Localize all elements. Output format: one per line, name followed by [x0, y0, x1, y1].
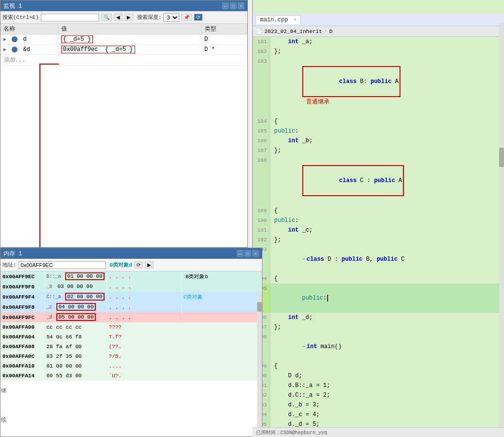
code-line-203: 203 d._b = 3; — [253, 400, 504, 410]
line-content: }; — [270, 322, 504, 332]
addr-label: 地址: — [2, 261, 17, 269]
code-line-204: 204 d._c = 4; — [253, 410, 504, 420]
watch-minimize-btn[interactable]: — — [222, 2, 229, 9]
mem-addr: 0x00AFF9F0 — [0, 282, 44, 292]
mem-maximize-btn[interactable]: □ — [244, 250, 251, 257]
mem-extra-btn[interactable]: ▶ — [145, 261, 154, 269]
code-line-189: 189 { — [253, 206, 504, 216]
code-line-187: 187 }; — [253, 146, 504, 155]
search-icon-btn[interactable]: 🔍 — [101, 14, 112, 21]
code-line-181: 181 int _a; — [253, 37, 504, 47]
mem-chars: .... — [106, 361, 181, 371]
vscroll[interactable] — [499, 23, 504, 437]
line-content: { — [270, 361, 504, 371]
code-line-202: 202 d.C::_a = 2; — [253, 390, 504, 400]
watch-panel-titlebar: 监视 1 — □ × — [0, 0, 247, 11]
mem-bytes: 28 fa af 00 — [44, 342, 106, 352]
status-text: 已用时间：CSDN@hepburn_yyq — [256, 429, 327, 436]
line-num: 182 — [253, 47, 270, 56]
mem-row-ca: 0x00AFF9F4 C::_a 02 00 00 00 . . . . C类对… — [0, 292, 262, 302]
depth-select[interactable]: 3124 — [163, 13, 179, 22]
code-line-182: 182 }; — [253, 47, 504, 56]
main-cpp-tab[interactable]: main.cpp × — [256, 15, 301, 24]
mem-side-label-c: C类对象 — [181, 292, 261, 302]
mem-side-n2 — [181, 342, 261, 352]
expand-arrow[interactable]: ▶ — [3, 37, 6, 42]
col-type: 类型 — [201, 24, 247, 34]
mem-side-n0 — [181, 322, 261, 332]
mem-row-d: 0x00AFF9FC _d 05 00 00 00 . . . . — [0, 312, 262, 322]
code-line-186: 186 int _b; — [253, 136, 504, 146]
tab-close-btn[interactable]: × — [294, 17, 296, 23]
addr-input[interactable] — [18, 261, 106, 269]
mem-bytes: cc cc cc cc — [44, 322, 106, 332]
line-num: 181 — [253, 37, 270, 47]
mem-chars: . . . . — [106, 312, 181, 322]
code-editor[interactable]: 181 int _a; 182 }; 183 class B: public A… — [253, 37, 504, 437]
mem-bytes: _d 05 00 00 00 — [44, 312, 106, 322]
breadcrumb-file: 📄 — [256, 28, 262, 34]
var-value-addr: 0x00aff9ec { _d=5 } — [61, 46, 135, 53]
mem-close-btn[interactable]: × — [252, 250, 259, 257]
line-content: { — [270, 274, 504, 284]
add-watch-row[interactable]: 添加... — [0, 55, 247, 66]
search-input[interactable] — [41, 14, 99, 21]
line-num: 191 — [253, 225, 270, 235]
mem-addr: 0x00AFFA00 — [0, 322, 44, 332]
mem-minimize-btn[interactable]: — — [237, 250, 243, 257]
breadcrumb-sep: › — [324, 29, 328, 34]
code-line-183: 183 class B: public A 普通继承 — [253, 56, 504, 117]
mem-chars: T.f? — [106, 332, 181, 342]
object-label: D类对象d — [110, 261, 132, 269]
memory-panel-titlebar: 内存 1 — □ × — [0, 248, 262, 259]
vscroll-thumb[interactable] — [499, 148, 504, 167]
line-content: }; — [270, 47, 504, 56]
mem-bytes: _b 03 00 00 00 — [44, 282, 106, 292]
mem-side-label-b: B类对象b — [181, 271, 261, 282]
mem-vscroll[interactable] — [257, 295, 262, 437]
line-content: int _d; — [270, 313, 504, 322]
mem-refresh-btn[interactable]: ⟳ — [134, 261, 143, 269]
code-line-200: 200 D d; — [253, 371, 504, 381]
mem-row-normal-1: 0x00AFFA04 54 0c 66 f8 T.f? — [0, 332, 262, 342]
mem-row-normal-5: 0x00AFFA14 60 55 d3 00 `U?. — [0, 371, 262, 381]
line-content: d.C::_a = 2; — [270, 390, 504, 400]
code-tabs: main.cpp × — [253, 14, 504, 26]
refresh-btn[interactable]: ⟳ — [194, 14, 203, 21]
code-line-194: 194 { — [253, 274, 504, 284]
line-content: }; — [270, 235, 504, 245]
line-num: 183 — [253, 56, 270, 117]
mem-addr: 0x00AFFA10 — [0, 361, 44, 371]
line-content: public: — [270, 216, 504, 225]
var-name-d: d — [23, 36, 26, 43]
line-content: class C : public A — [270, 155, 504, 206]
mem-byte-ca: 02 00 00 00 — [65, 293, 104, 301]
code-line-184: 184 { — [253, 117, 504, 126]
line-num: 187 — [253, 146, 270, 155]
expand-arrow-addr[interactable]: ▶ — [3, 47, 6, 52]
code-line-199: 199 { — [253, 361, 504, 371]
mem-chars: . . . . — [106, 302, 181, 312]
mem-row-normal-2: 0x00AFFA08 28 fa af 00 (??. — [0, 342, 262, 352]
mem-addr: 0x00AFF9FC — [0, 312, 44, 322]
mem-addr: 0x00AFF9F4 — [0, 292, 44, 302]
back-btn[interactable]: ◀ — [114, 14, 122, 21]
mem-byte-d: 05 00 00 00 — [56, 313, 96, 321]
watch-panel: 监视 1 — □ × 搜索(Ctrl+E) 🔍 ◀ ▶ 搜索深度: 3124 📌… — [0, 0, 248, 248]
line-num: 185 — [253, 126, 270, 136]
line-content: −int main() — [270, 332, 504, 361]
watch-close-btn[interactable]: × — [238, 2, 244, 9]
forward-btn[interactable]: ▶ — [124, 14, 133, 21]
mem-side-empty-d — [181, 312, 261, 322]
mem-bytes: B::_a 01 00 00 00 — [44, 271, 106, 282]
code-line-192: 192 }; — [253, 235, 504, 245]
var-name-addr: &d — [23, 46, 30, 53]
code-line-196: 196 int _d; — [253, 313, 504, 322]
mem-side-n4 — [181, 361, 261, 371]
line-num: 189 — [253, 206, 270, 216]
annotation-inherit: 普通继承 — [306, 99, 330, 105]
mem-vscroll-thumb[interactable] — [257, 302, 262, 312]
watch-maximize-btn[interactable]: □ — [230, 2, 237, 9]
memory-window-controls: — □ × — [237, 250, 259, 257]
pin-btn[interactable]: 📌 — [181, 14, 192, 21]
